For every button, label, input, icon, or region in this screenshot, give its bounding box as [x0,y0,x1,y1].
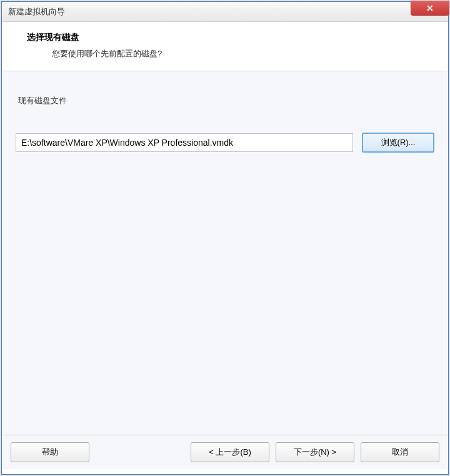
header-section: 选择现有磁盘 您要使用哪个先前配置的磁盘? [2,22,448,71]
window-title: 新建虚拟机向导 [8,6,65,18]
close-button[interactable]: ✕ [411,1,449,16]
disk-file-group: 现有磁盘文件 浏览(R)... [11,84,439,161]
close-icon: ✕ [426,3,434,13]
input-row: 浏览(R)... [16,115,434,153]
page-title: 选择现有磁盘 [27,32,423,43]
cancel-button[interactable]: 取消 [361,442,439,462]
page-subtitle: 您要使用哪个先前配置的磁盘? [27,48,423,59]
groupbox-label: 现有磁盘文件 [16,95,434,106]
wizard-window: 新建虚拟机向导 ✕ 选择现有磁盘 您要使用哪个先前配置的磁盘? 现有磁盘文件 浏… [1,1,449,475]
footer: 帮助 < 上一步(B) 下一步(N) > 取消 [2,435,448,469]
browse-button[interactable]: 浏览(R)... [362,133,434,153]
titlebar: 新建虚拟机向导 ✕ [2,2,448,22]
next-button[interactable]: 下一步(N) > [276,442,354,462]
disk-path-input[interactable] [16,133,353,152]
back-button[interactable]: < 上一步(B) [191,442,269,462]
content-area: 现有磁盘文件 浏览(R)... [2,71,448,435]
help-button[interactable]: 帮助 [11,442,89,462]
